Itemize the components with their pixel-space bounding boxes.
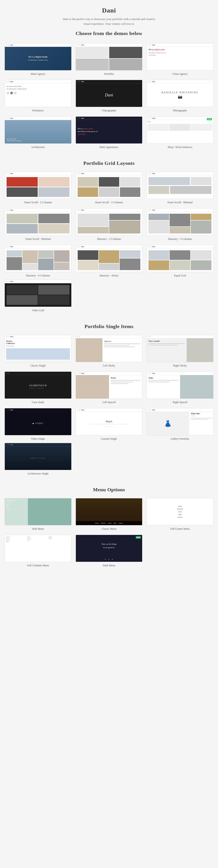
demo-shop[interactable]: NEW Dani... Shop bbox=[146, 116, 213, 149]
demo-ssmin2[interactable]: Dani Smart Scroll - Minimal bbox=[5, 208, 72, 241]
thumb-dot bbox=[150, 409, 151, 410]
demo-rightsticky[interactable]: Once a month Right Sticky bbox=[146, 335, 213, 367]
demo-leftsticky[interactable]: Aphonia Left Sticky bbox=[76, 335, 143, 367]
demo-clean-agency[interactable]: Dani We're a digital studio that believe… bbox=[146, 43, 213, 76]
demo-thumb-sidemenu[interactable]: This is the Journal Portfolio About Blog… bbox=[5, 498, 72, 525]
thumb-content: An architectureStudio based in Ireland bbox=[5, 120, 71, 144]
equal-cell bbox=[191, 250, 211, 260]
demo-ssmin[interactable]: Dani Smart Scroll - Minimal bbox=[146, 172, 213, 204]
demo-architecture[interactable]: Dani An architectureStudio based in Irel… bbox=[5, 116, 72, 149]
demo-main-agency[interactable]: Dani We're a Digital Studio An enthusias… bbox=[5, 43, 72, 76]
demo-thumb-archsin[interactable]: Dani Empty Florida bbox=[5, 443, 72, 470]
demo-thumb-fullcentermenu[interactable]: Home Portfolio About Blog Contact bbox=[146, 498, 213, 525]
social-icon: ✦ bbox=[108, 558, 110, 560]
demo-thumb-casestudy[interactable]: Globetouch CASE STUDY bbox=[5, 371, 72, 399]
demo-massticky[interactable]: Dani bbox=[76, 245, 143, 277]
classicsin-line bbox=[6, 361, 70, 362]
grid-item bbox=[7, 224, 38, 234]
demo-thumb-ss2col[interactable]: Dani bbox=[5, 172, 72, 199]
photo-name: DANIELLE WHITENING bbox=[161, 91, 198, 94]
demo-thumb-clean-agency[interactable]: Dani We're a digital studio that believe… bbox=[146, 43, 213, 70]
portfolio-grid bbox=[76, 47, 142, 70]
demo-videogrid[interactable]: Dani Video Grid bbox=[5, 280, 72, 312]
demo-thumb-mas4col[interactable]: Dani bbox=[5, 245, 72, 272]
demo-sidemenu[interactable]: This is the Journal Portfolio About Blog… bbox=[5, 498, 72, 531]
demo-galleryport[interactable]: Dani 👗 White Shirt Fashion bbox=[146, 408, 213, 441]
galleryport-image: 👗 bbox=[147, 412, 189, 435]
thumb-logo: Dani... bbox=[152, 118, 156, 119]
thumb-header: Dani bbox=[76, 209, 142, 212]
demo-darkmenu[interactable]: NEW These are the things we are good at.… bbox=[76, 535, 143, 567]
demo-archsin[interactable]: Dani Empty Florida Architecture Single bbox=[5, 443, 72, 475]
thumb-dot bbox=[6, 81, 7, 82]
demo-thumb-portfolio[interactable]: Dani bbox=[76, 43, 143, 70]
demo-thumb-leftspaced[interactable]: Dani Prison bbox=[76, 371, 143, 399]
portfolio-grid-title: Portfolio Grid Layouts bbox=[5, 160, 213, 166]
demo-thumb-rightspaced[interactable]: Dani Indisc bbox=[146, 371, 213, 399]
demo-thumb-mas2col[interactable]: Dani bbox=[76, 208, 143, 236]
demo-thumb-videosin[interactable]: Dani ▶ VIDEO bbox=[5, 408, 72, 435]
demo-thumb-architecture[interactable]: Dani An architectureStudio based in Irel… bbox=[5, 116, 72, 144]
demo-thumb-rightsticky[interactable]: Once a month bbox=[146, 335, 213, 362]
demo-thumb-customsin[interactable]: Dani Ripple — — — — — — bbox=[76, 408, 143, 435]
masonry-item bbox=[7, 250, 22, 257]
thumb-header: Dani bbox=[147, 245, 213, 248]
demo-ss2col[interactable]: Dani Smart Scroll - 2 Columns bbox=[5, 172, 72, 204]
demo-mas3col[interactable]: Dani bbox=[146, 208, 213, 241]
demo-classicsin[interactable]: Dani StoriesCollective Photography Class… bbox=[5, 335, 72, 367]
demo-classicmenu[interactable]: Home Portfolio About Blog Contact Classi… bbox=[76, 498, 143, 531]
demo-thumb-classicmenu[interactable]: Home Portfolio About Blog Contact bbox=[76, 498, 143, 525]
thumb-content bbox=[5, 248, 71, 272]
demo-freelancer[interactable]: Dani My name is Dan White, An enthusiast… bbox=[5, 80, 72, 112]
demo-thumb-dark[interactable]: Dani We're a digital studio that believe… bbox=[76, 116, 143, 144]
demo-thumb-darkmenu[interactable]: NEW These are the things we are good at.… bbox=[76, 535, 143, 562]
thumb-header: Dani bbox=[76, 80, 142, 84]
demo-mas4col[interactable]: Dani bbox=[5, 245, 72, 277]
grid-item bbox=[7, 177, 38, 187]
demo-thumb-galleryport[interactable]: Dani 👗 White Shirt Fashion bbox=[146, 408, 213, 435]
thumb-content: Indisc bbox=[147, 375, 213, 399]
demo-thumb-ssmin[interactable]: Dani bbox=[146, 172, 213, 199]
demo-fullcolumns[interactable]: Portfolio About Contact Blog Work Servic… bbox=[5, 535, 72, 567]
demo-photography[interactable]: Dani DANIELLE WHITENING 📷 Photography bbox=[146, 80, 213, 112]
thumb-dot bbox=[148, 81, 149, 82]
demo-thumb-mas3col[interactable]: Dani bbox=[146, 208, 213, 236]
demo-thumb-photography[interactable]: Dani DANIELLE WHITENING 📷 bbox=[146, 80, 213, 107]
masonry-item bbox=[38, 258, 53, 270]
demo-videographer[interactable]: Dani Dani Videographer bbox=[76, 80, 143, 112]
demo-thumb-main-agency[interactable]: Dani We're a Digital Studio An enthusias… bbox=[5, 43, 72, 70]
demo-thumb-videogrid[interactable]: Dani bbox=[5, 280, 72, 307]
demo-thumb-shop[interactable]: NEW Dani... Shop bbox=[146, 116, 213, 144]
leftspaced-text: Prison bbox=[109, 375, 142, 399]
equal-cell bbox=[148, 250, 169, 260]
demo-thumb-videographer[interactable]: Dani Dani bbox=[76, 80, 143, 107]
demo-videosin[interactable]: Dani ▶ VIDEO Video Single bbox=[5, 408, 72, 441]
demo-dark[interactable]: Dani We're a digital studio that believe… bbox=[76, 116, 143, 149]
demo-mas2col[interactable]: Dani Masonry - 2 Columns bbox=[76, 208, 143, 241]
demo-fullcentermenu[interactable]: Home Portfolio About Blog Contact Full C… bbox=[146, 498, 213, 531]
demo-leftspaced[interactable]: Dani Prison Left Spaced bbox=[76, 371, 143, 404]
demo-thumb-leftsticky[interactable]: Aphonia bbox=[76, 335, 143, 362]
thumb-dot bbox=[6, 209, 7, 211]
demo-casestudy[interactable]: Globetouch CASE STUDY Case Study bbox=[5, 371, 72, 404]
demo-ss3col[interactable]: Dani Smart Scroll - 3 Columns bbox=[76, 172, 143, 204]
badge-new: NEW bbox=[207, 118, 212, 120]
thumb-header bbox=[76, 335, 142, 338]
demo-portfolio[interactable]: Dani Portfolio bbox=[76, 43, 143, 76]
thumb-header: Dani bbox=[5, 280, 71, 283]
demo-label-casestudy: Case Study bbox=[32, 401, 44, 404]
demo-thumb-equalgrid[interactable]: Dani bbox=[146, 245, 213, 272]
demo-thumb-ssmin2[interactable]: Dani bbox=[5, 208, 72, 236]
demo-rightspaced[interactable]: Dani Indisc Right Spaced bbox=[146, 371, 213, 404]
thumb-logo: Dani bbox=[152, 81, 155, 82]
demo-thumb-classicsin[interactable]: Dani StoriesCollective Photography bbox=[5, 335, 72, 362]
thumb-content: This is the Journal Portfolio About Blog… bbox=[5, 498, 71, 525]
demo-thumb-ss3col[interactable]: Dani bbox=[76, 172, 143, 199]
demo-thumb-freelancer[interactable]: Dani My name is Dan White, An enthusiast… bbox=[5, 80, 72, 107]
demo-customsin[interactable]: Dani Ripple — — — — — — Custom Single bbox=[76, 408, 143, 441]
menu-center-items: Home Portfolio About Blog Contact bbox=[177, 505, 183, 518]
demo-equalgrid[interactable]: Dani Equal Grid bbox=[146, 245, 213, 277]
demo-thumb-massticky[interactable]: Dani bbox=[76, 245, 143, 272]
menu-col: Agency Studio bbox=[48, 536, 70, 560]
demo-thumb-fullcolumns[interactable]: Portfolio About Contact Blog Work Servic… bbox=[5, 535, 72, 562]
